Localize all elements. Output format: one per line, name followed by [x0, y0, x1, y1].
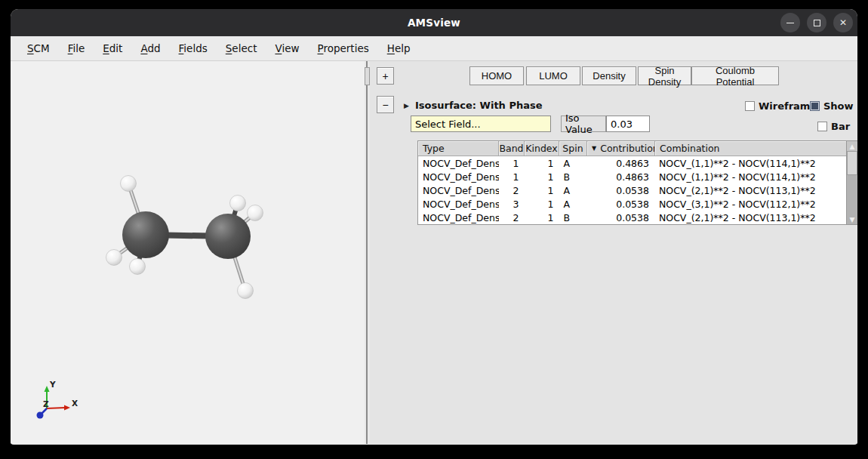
- tab-lumo[interactable]: LUMO: [526, 66, 580, 85]
- window-title: AMSview: [408, 17, 460, 29]
- titlebar: AMSview ✕: [11, 9, 857, 36]
- menu-add[interactable]: Add: [131, 42, 169, 54]
- cell-combination: NOCV_(1,1)**2 - NOCV(114,1)**2: [654, 170, 846, 183]
- cell-combination: NOCV_(3,1)**2 - NOCV(112,1)**2: [654, 197, 846, 211]
- cell-type: NOCV_Def_Density: [418, 211, 499, 224]
- close-button[interactable]: ✕: [833, 13, 853, 32]
- bar-checkbox[interactable]: Bar: [817, 121, 850, 132]
- cell-band: 2: [499, 211, 525, 224]
- cell-type: NOCV_Def_Density: [418, 197, 499, 211]
- tab-homo[interactable]: HOMO: [469, 66, 524, 85]
- expand-collapse-arrow[interactable]: ▶: [404, 102, 409, 109]
- menu-fields[interactable]: Fields: [170, 42, 217, 54]
- menu-properties[interactable]: Properties: [309, 42, 378, 54]
- cell-spin: A: [559, 197, 586, 211]
- column-header-band[interactable]: Band: [499, 141, 525, 156]
- bar-label: Bar: [831, 121, 850, 132]
- cell-band: 1: [499, 156, 525, 170]
- nocv-table: TypeBandKindexSpin▼ContributionCombinati…: [417, 140, 857, 225]
- molecule-viewport[interactable]: YXZ: [11, 61, 365, 444]
- show-label: Show: [823, 100, 854, 112]
- show-checkbox-box[interactable]: [810, 101, 820, 111]
- column-header-spin[interactable]: Spin: [559, 141, 587, 156]
- cell-combination: NOCV_(1,1)**2 - NOCV(114,1)**2: [654, 156, 846, 170]
- cell-spin: A: [559, 156, 586, 170]
- cell-kindex: 1: [525, 211, 559, 224]
- table-row[interactable]: NOCV_Def_Density11A0.4863NOCV_(1,1)**2 -…: [418, 156, 846, 170]
- menu-view[interactable]: View: [266, 42, 308, 54]
- cell-kindex: 1: [525, 183, 559, 197]
- cell-spin: B: [559, 211, 586, 224]
- scrollbar-thumb[interactable]: [847, 151, 857, 175]
- table-scrollbar[interactable]: ▲ ▼: [846, 141, 857, 224]
- cell-band: 2: [499, 183, 525, 197]
- maximize-icon: [814, 20, 820, 26]
- cell-combination: NOCV_(2,1)**2 - NOCV(113,1)**2: [654, 183, 846, 197]
- cell-kindex: 1: [525, 197, 559, 211]
- cell-band: 3: [499, 197, 525, 211]
- column-header-combination[interactable]: Combination: [655, 141, 848, 156]
- cell-type: NOCV_Def_Density: [418, 156, 499, 170]
- wireframe-label: Wireframe: [759, 100, 817, 112]
- panel-splitter[interactable]: [365, 61, 370, 444]
- svg-text:Z: Z: [43, 399, 49, 408]
- cell-contribution: 0.4863: [586, 170, 654, 183]
- sort-descending-icon: ▼: [592, 145, 596, 152]
- cell-contribution: 0.0538: [586, 183, 654, 197]
- menu-help[interactable]: Help: [378, 42, 420, 54]
- add-isosurface-button[interactable]: +: [377, 67, 394, 85]
- menu-select[interactable]: Select: [217, 42, 266, 54]
- wireframe-checkbox[interactable]: Wireframe: [745, 100, 817, 112]
- splitter-line: [366, 61, 368, 444]
- splitter-grip[interactable]: [365, 67, 370, 85]
- nocv-table-body: NOCV_Def_Density11A0.4863NOCV_(1,1)**2 -…: [418, 156, 846, 224]
- table-row[interactable]: NOCV_Def_Density31A0.0538NOCV_(3,1)**2 -…: [418, 197, 846, 211]
- menu-file[interactable]: File: [59, 42, 94, 54]
- tab-spin-density[interactable]: Spin Density: [638, 66, 691, 85]
- main-area: YXZ + HOMOLUMODensitySpin DensityCoulomb…: [11, 61, 857, 444]
- table-row[interactable]: NOCV_Def_Density21A0.0538NOCV_(2,1)**2 -…: [418, 183, 846, 197]
- cell-type: NOCV_Def_Density: [418, 183, 499, 197]
- minimize-button[interactable]: [780, 13, 800, 32]
- svg-text:X: X: [72, 399, 78, 408]
- menu-edit[interactable]: Edit: [94, 42, 131, 54]
- table-row[interactable]: NOCV_Def_Density11B0.4863NOCV_(1,1)**2 -…: [418, 170, 846, 183]
- menu-scm[interactable]: SCM: [19, 42, 59, 54]
- cell-contribution: 0.4863: [586, 156, 654, 170]
- tab-density[interactable]: Density: [582, 66, 636, 85]
- isosurface-title: Isosurface: With Phase: [415, 100, 543, 111]
- nocv-table-header: TypeBandKindexSpin▼ContributionCombinati…: [418, 141, 857, 156]
- cell-contribution: 0.0538: [586, 211, 654, 224]
- app-window: AMSview ✕ SCMFileEditAddFieldsSelectView…: [11, 9, 857, 445]
- scroll-up-icon[interactable]: ▲: [847, 141, 857, 151]
- cell-band: 1: [499, 170, 525, 183]
- column-header-kindex[interactable]: Kindex: [525, 141, 559, 156]
- molecule-3d-render: YXZ: [11, 61, 365, 444]
- tab-coulomb-potential[interactable]: Coulomb Potential: [691, 66, 779, 85]
- cell-contribution: 0.0538: [586, 197, 654, 211]
- svg-text:Y: Y: [49, 380, 56, 389]
- select-field-dropdown[interactable]: Select Field...: [411, 116, 551, 132]
- column-header-contribution[interactable]: ▼Contribution: [587, 141, 655, 156]
- bar-checkbox-box[interactable]: [817, 122, 827, 131]
- maximize-button[interactable]: [807, 13, 826, 32]
- minimize-icon: [786, 23, 794, 23]
- cell-kindex: 1: [525, 156, 559, 170]
- iso-value-input[interactable]: 0.03: [606, 116, 650, 132]
- fields-panel: + HOMOLUMODensitySpin DensityCoulomb Pot…: [370, 61, 857, 444]
- cell-combination: NOCV_(2,1)**2 - NOCV(113,1)**2: [654, 211, 846, 224]
- table-row[interactable]: NOCV_Def_Density21B0.0538NOCV_(2,1)**2 -…: [418, 211, 846, 224]
- show-checkbox[interactable]: Show: [810, 100, 854, 112]
- menubar: SCMFileEditAddFieldsSelectViewProperties…: [11, 36, 857, 61]
- remove-isosurface-button[interactable]: −: [377, 96, 394, 113]
- scroll-down-icon[interactable]: ▼: [847, 214, 857, 224]
- window-controls: ✕: [780, 13, 853, 32]
- cell-type: NOCV_Def_Density: [418, 170, 499, 183]
- cell-kindex: 1: [525, 170, 559, 183]
- cell-spin: A: [559, 183, 586, 197]
- wireframe-checkbox-box[interactable]: [745, 101, 755, 111]
- iso-value-label: Iso Value: [561, 116, 606, 132]
- cell-spin: B: [559, 170, 586, 183]
- column-header-type[interactable]: Type: [418, 141, 499, 156]
- close-icon: ✕: [839, 18, 847, 27]
